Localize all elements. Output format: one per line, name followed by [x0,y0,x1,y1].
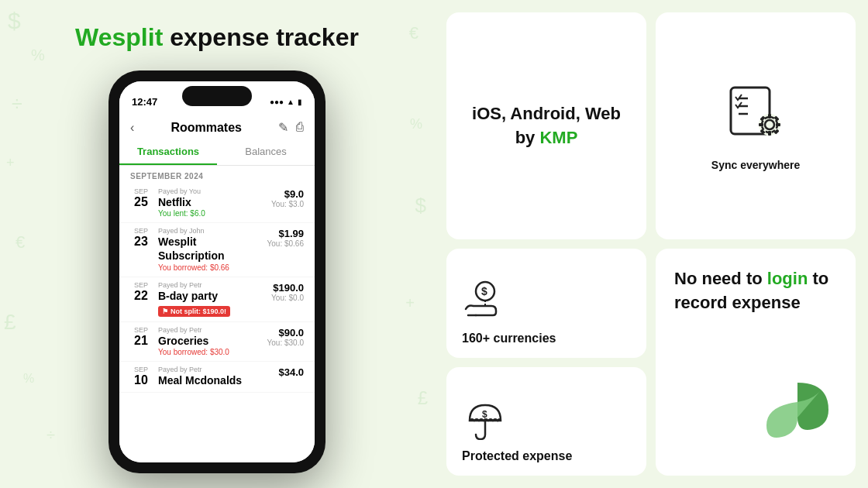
sync-icon-area [725,81,787,143]
sync-label: Sync everywhere [711,159,800,171]
app-title-rest: expense tracker [163,23,359,51]
login-text-1: No need to [674,269,767,288]
dynamic-island [182,86,252,106]
platforms-kmp: KMP [539,128,577,147]
card-platforms: iOS, Android, Web by KMP [446,12,646,239]
hand-coin-icon: $ [462,280,508,322]
txn-amounts: $34.0 [278,366,304,378]
txn-date: SEP 21 [130,327,152,348]
table-row[interactable]: SEP 22 Payed by Petr B-day party ⚑ Not s… [119,277,315,322]
txn-details: Payed by Petr Meal Mcdonalds [158,366,272,387]
svg-text:$: $ [481,285,487,297]
txn-details: Payed by John Wesplit Subscription You b… [158,228,261,271]
protected-label: Protected expense [462,449,631,463]
card-sync: Sync everywhere [656,12,856,239]
sync-icon [725,81,787,143]
transactions-list: SEPTEMBER 2024 SEP 25 Payed by You Netfl… [119,166,315,462]
login-green: login [767,269,808,288]
phone-screen: 12:47 ●●● ▲ ▮ ‹ Roommates ✎ ⎙ [119,81,315,462]
txn-amounts: $1.99 You: $0.66 [267,228,304,248]
left-panel: $ % ÷ + € £ % ÷ € % $ + £ Wesplit expens… [0,0,434,488]
bottom-left-col: $ 160+ currencies [446,249,646,476]
back-icon[interactable]: ‹ [130,121,134,135]
login-text-3: record expense [674,293,801,312]
status-icons: ●●● ▲ ▮ [270,98,302,106]
txn-amounts: $190.0 You: $0.0 [271,282,304,302]
card-currencies: $ 160+ currencies [446,249,646,358]
phone-tabs: Transactions Balances [119,139,315,166]
txn-details: Payed by Petr B-day party ⚑ Not split: $… [158,282,265,317]
app-title: Wesplit expense tracker [75,23,359,52]
group-name: Roommates [170,121,242,135]
platforms-title: iOS, Android, Web by KMP [472,102,621,150]
table-row[interactable]: SEP 10 Payed by Petr Meal Mcdonalds $34.… [119,362,315,393]
txn-amounts: $90.0 You: $30.0 [267,327,304,347]
tab-transactions[interactable]: Transactions [119,139,217,165]
card-login: No need to login torecord expense [656,249,856,476]
platforms-line1: iOS, Android, Web [472,104,621,123]
umbrella-icon: $ [462,397,631,443]
currencies-icon: $ [462,280,631,325]
txn-date: SEP 25 [130,188,152,209]
txn-date: SEP 22 [130,282,152,303]
s-logo-icon [747,367,848,468]
status-time: 12:47 [132,96,157,108]
platforms-line2: by [515,128,540,147]
nav-action-icons: ✎ ⎙ [278,120,304,135]
svg-rect-8 [768,131,771,136]
table-row[interactable]: SEP 21 Payed by Petr Groceries You borro… [119,322,315,362]
txn-amounts: $9.0 You: $3.0 [271,188,304,208]
month-header: SEPTEMBER 2024 [119,166,315,184]
login-text-2: to [808,269,828,288]
right-panel: iOS, Android, Web by KMP [434,0,868,488]
phone-mockup: 12:47 ●●● ▲ ▮ ‹ Roommates ✎ ⎙ [108,70,326,473]
txn-date: SEP 23 [130,228,152,249]
txn-details: Payed by You Netflix You lent: $6.0 [158,188,265,218]
wifi-icon: ▲ [287,98,294,106]
share-icon[interactable]: ⎙ [296,120,304,135]
table-row[interactable]: SEP 23 Payed by John Wesplit Subscriptio… [119,223,315,277]
flag-icon: ⚑ [162,308,168,315]
currencies-label: 160+ currencies [462,332,631,345]
battery-icon: ▮ [298,98,302,106]
tab-balances[interactable]: Balances [217,139,315,165]
svg-text:$: $ [482,409,487,420]
login-title: No need to login torecord expense [674,267,837,315]
phone-body: 12:47 ●●● ▲ ▮ ‹ Roommates ✎ ⎙ [108,70,326,473]
card-protected: $ Protected expense [446,367,646,476]
signal-icon: ●●● [270,98,284,106]
svg-rect-9 [759,123,763,126]
svg-rect-10 [776,123,780,126]
txn-date: SEP 10 [130,366,152,387]
table-row[interactable]: SEP 25 Payed by You Netflix You lent: $6… [119,184,315,223]
umbrella-dollar-icon: $ [462,397,508,440]
txn-details: Payed by Petr Groceries You borrowed: $3… [158,327,261,356]
app-title-brand: Wesplit [75,23,163,51]
svg-rect-7 [768,114,771,119]
phone-nav: ‹ Roommates ✎ ⎙ [119,115,315,139]
edit-icon[interactable]: ✎ [278,120,288,135]
wesplit-logo [747,367,848,468]
